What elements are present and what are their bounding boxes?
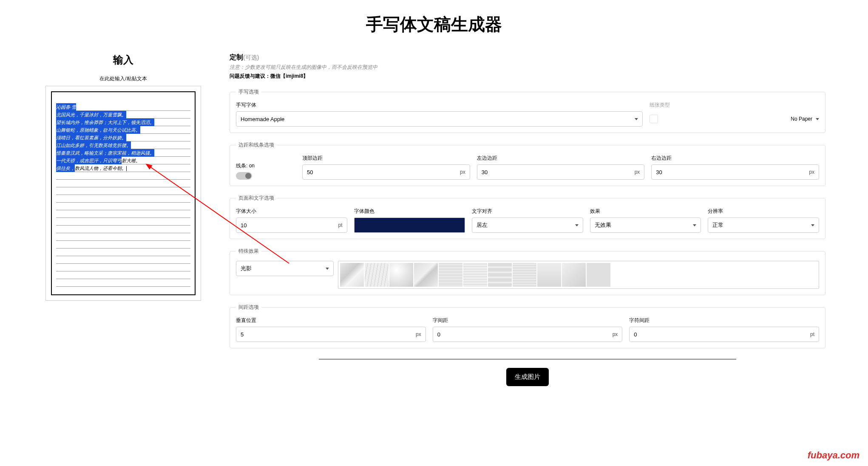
spacing-fieldset: 间距选项 垂直位置 px 字间距 px 字符间距 [230, 304, 825, 348]
effect-thumb-2[interactable] [365, 263, 389, 287]
left-margin-input-group: px [477, 164, 645, 180]
paper-preview[interactable]: 沁园春·雪北国风光，千里冰封，万里雪飘。望长城内外，惟余莽莽；大河上下，顿失滔滔… [51, 91, 196, 295]
chevron-down-icon [326, 268, 329, 270]
paper-type-swatch [650, 115, 658, 123]
font-select[interactable]: Homemade Apple [236, 111, 643, 127]
input-column: 输入 在此处输入/粘贴文本 沁园春·雪北国风光，千里冰封，万里雪飘。望长城内外，… [43, 53, 204, 386]
effect-thumb-10[interactable] [562, 263, 586, 287]
handwriting-legend: 手写选项 [236, 88, 261, 96]
main-container: 输入 在此处输入/粘贴文本 沁园春·雪北国风光，千里冰封，万里雪飘。望长城内外，… [0, 53, 868, 403]
font-size-label: 字体大小 [236, 208, 347, 215]
effect-thumb-11[interactable] [587, 263, 610, 287]
customize-column: 定制(可选) 注意：少数更改可能只反映在生成的图像中，而不会反映在预览中 问题反… [230, 53, 825, 386]
chevron-down-icon [575, 224, 579, 226]
effect-thumb-5[interactable] [439, 263, 462, 287]
paper-preview-wrap: 沁园春·雪北国风光，千里冰封，万里雪飘。望长城内外，惟余莽莽；大河上下，顿失滔滔… [45, 86, 201, 301]
font-color-label: 字体颜色 [354, 208, 465, 215]
word-spacing-input[interactable] [437, 331, 613, 338]
generate-button[interactable]: 生成图片 [506, 368, 549, 386]
divider [319, 357, 736, 359]
right-margin-input-group: px [651, 164, 819, 180]
lines-toggle-label: 线条: on [236, 162, 295, 169]
font-size-input[interactable] [241, 222, 338, 229]
vertical-pos-input-group: px [236, 327, 426, 342]
unit-px: px [635, 169, 640, 175]
page-text-fieldset: 页面和文字选项 字体大小 pt 字体颜色 文字对齐 居左 [230, 195, 825, 239]
unit-pt: pt [810, 331, 814, 337]
top-margin-input-group: px [302, 164, 470, 180]
effect-thumb-4[interactable] [414, 263, 438, 287]
input-heading: 输入 [43, 53, 204, 67]
resolution-value: 正常 [712, 221, 723, 229]
text-align-select[interactable]: 居左 [472, 217, 583, 233]
toggle-knob [245, 173, 251, 179]
page-header: 手写体文稿生成器 [0, 0, 868, 53]
page-text-legend: 页面和文字选项 [236, 195, 277, 202]
right-margin-input[interactable] [656, 169, 809, 175]
shadow-type-value: 光影 [241, 265, 252, 272]
unit-px: px [460, 169, 465, 175]
word-spacing-input-group: px [433, 327, 623, 342]
customize-heading: 定制(可选) [230, 53, 825, 62]
chevron-down-icon [811, 224, 814, 226]
handwriting-fieldset: 手写选项 手写字体 Homemade Apple 纸张类型 No Paper [230, 88, 825, 133]
poem-text[interactable]: 沁园春·雪北国风光，千里冰封，万里雪飘。望长城内外，惟余莽莽；大河上下，顿失滔滔… [56, 103, 190, 172]
font-value: Homemade Apple [241, 116, 284, 122]
vertical-pos-input[interactable] [241, 331, 416, 338]
page-title: 手写体文稿生成器 [0, 13, 868, 36]
customize-note: 注意：少数更改可能只反映在生成的图像中，而不会反映在预览中 [230, 64, 825, 71]
effect-thumb-9[interactable] [537, 263, 561, 287]
chevron-down-icon [635, 118, 638, 120]
left-margin-input[interactable] [482, 169, 635, 175]
chevron-down-icon [816, 118, 819, 120]
spacing-legend: 间距选项 [236, 304, 261, 311]
text-align-label: 文字对齐 [472, 208, 583, 215]
paper-type-value: No Paper [791, 116, 812, 122]
unit-pt: pt [338, 222, 343, 228]
char-spacing-label: 字符间距 [629, 317, 819, 324]
shadow-type-select[interactable]: 光影 [236, 261, 334, 276]
input-hint: 在此处输入/粘贴文本 [43, 75, 204, 82]
resolution-select[interactable]: 正常 [708, 217, 819, 233]
font-label: 手写字体 [236, 102, 643, 109]
effect-thumb-1[interactable] [340, 263, 364, 287]
top-margin-label: 顶部边距 [302, 155, 470, 162]
char-spacing-input[interactable] [634, 331, 810, 338]
effect-label: 效果 [590, 208, 701, 215]
paper-type-label: 纸张类型 [650, 102, 819, 109]
font-color-swatch[interactable] [354, 217, 465, 233]
effect-thumb-6[interactable] [463, 263, 487, 287]
chevron-down-icon [693, 224, 696, 226]
unit-px: px [809, 169, 814, 175]
unit-px: px [416, 331, 421, 337]
resolution-label: 分辨率 [708, 208, 819, 215]
effect-thumbnails [338, 261, 819, 289]
customize-heading-text: 定制 [230, 54, 243, 61]
margins-legend: 边距和线条选项 [236, 141, 277, 149]
unit-px: px [613, 331, 618, 337]
special-effects-fieldset: 特殊效果 光影 [230, 248, 825, 295]
text-align-value: 居左 [477, 221, 488, 229]
effect-thumb-7[interactable] [488, 263, 512, 287]
margins-fieldset: 边距和线条选项 线条: on 顶部边距 px 左边边距 [230, 141, 825, 186]
left-margin-label: 左边边距 [477, 155, 645, 162]
effect-thumb-3[interactable] [389, 263, 413, 287]
right-margin-label: 右边边距 [651, 155, 819, 162]
special-effects-legend: 特殊效果 [236, 248, 261, 255]
font-size-input-group: pt [236, 217, 347, 233]
char-spacing-input-group: pt [629, 327, 819, 342]
vertical-pos-label: 垂直位置 [236, 317, 426, 324]
top-margin-input[interactable] [307, 169, 460, 175]
feedback-text: 问题反馈与建议：微信【imjimi8】 [230, 73, 825, 80]
word-spacing-label: 字间距 [433, 317, 623, 324]
effect-value: 无效果 [595, 221, 611, 229]
lines-toggle[interactable] [236, 172, 252, 180]
paper-type-select[interactable]: No Paper [650, 111, 819, 127]
customize-optional: (可选) [243, 54, 259, 61]
effect-thumb-8[interactable] [513, 263, 536, 287]
effect-select[interactable]: 无效果 [590, 217, 701, 233]
